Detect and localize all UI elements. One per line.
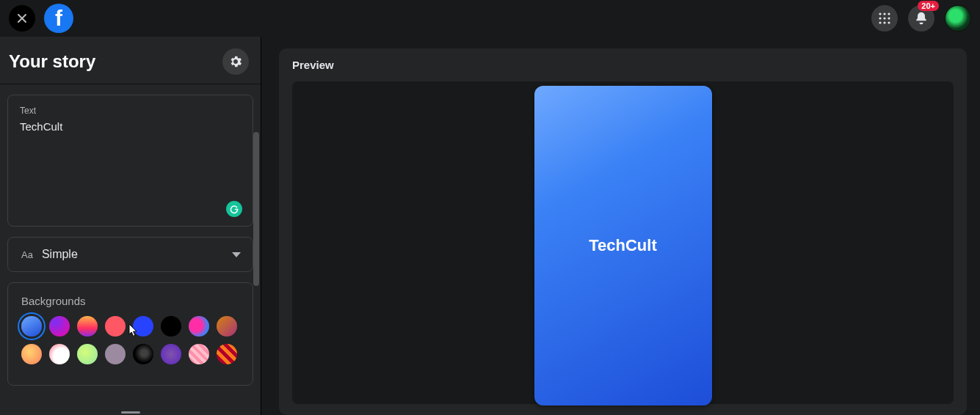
sidebar-title: Your story — [9, 51, 95, 72]
background-swatch-blue-gradient[interactable] — [21, 316, 42, 337]
app-header: f 20+ — [0, 0, 980, 37]
account-avatar[interactable] — [945, 5, 971, 32]
grid-icon — [878, 12, 891, 25]
close-button[interactable] — [9, 5, 35, 32]
text-field-value: TechCult — [20, 120, 241, 133]
notifications-button[interactable]: 20+ — [908, 5, 934, 32]
sidebar-header: Your story — [0, 37, 261, 84]
background-swatch-sunset[interactable] — [77, 316, 98, 337]
header-right: 20+ — [871, 5, 971, 32]
svg-point-3 — [883, 12, 885, 15]
close-icon — [16, 12, 28, 24]
story-text-input[interactable]: Text TechCult — [7, 95, 253, 227]
background-swatch-lime[interactable] — [77, 344, 98, 364]
divider — [0, 84, 261, 84]
preview-stage: TechCult — [292, 81, 954, 404]
menu-button[interactable] — [871, 5, 898, 32]
chevron-down-icon — [232, 252, 241, 257]
background-swatch-royal-blue[interactable] — [133, 316, 153, 337]
background-swatch-violet[interactable] — [161, 344, 181, 364]
font-style-value: Simple — [42, 248, 78, 261]
svg-point-8 — [879, 21, 881, 23]
background-swatch-coral[interactable] — [105, 316, 126, 337]
sidebar-scrollbar[interactable] — [253, 132, 259, 286]
background-swatch-mauve[interactable] — [105, 344, 126, 364]
background-swatch-purple-pink[interactable] — [49, 316, 70, 337]
story-settings-button[interactable] — [222, 48, 249, 75]
svg-point-9 — [883, 21, 885, 23]
facebook-logo[interactable]: f — [44, 4, 73, 33]
resize-grip[interactable] — [121, 411, 140, 414]
svg-point-7 — [888, 17, 890, 19]
header-left: f — [9, 4, 73, 33]
svg-point-10 — [888, 21, 890, 23]
background-swatch-orange-check[interactable] — [217, 344, 237, 364]
background-swatch-peach[interactable] — [21, 344, 42, 364]
preview-label: Preview — [292, 59, 954, 71]
gear-icon — [228, 54, 243, 69]
grammarly-button[interactable] — [226, 201, 242, 217]
background-swatch-dusk[interactable] — [217, 316, 237, 337]
swatch-row-2 — [21, 344, 239, 364]
text-field-label: Text — [20, 106, 241, 116]
swatch-row-1 — [21, 316, 239, 337]
background-swatch-black[interactable] — [161, 316, 181, 337]
story-canvas: TechCult — [534, 86, 712, 405]
font-style-select[interactable]: Aa Simple — [7, 237, 253, 272]
backgrounds-title: Backgrounds — [21, 295, 239, 307]
background-swatch-magenta-blob[interactable] — [189, 316, 209, 337]
svg-point-4 — [888, 12, 890, 15]
svg-point-6 — [883, 17, 885, 19]
story-canvas-text: TechCult — [589, 236, 656, 255]
bell-icon — [914, 11, 929, 26]
svg-point-5 — [879, 17, 881, 19]
main-area: Preview TechCult — [261, 37, 980, 415]
background-swatch-white-pink[interactable] — [49, 344, 70, 364]
grammarly-icon — [229, 204, 239, 214]
font-icon: Aa — [21, 249, 33, 260]
svg-point-2 — [879, 12, 881, 15]
notification-badge: 20+ — [918, 1, 939, 11]
background-swatch-pink-stripe[interactable] — [189, 344, 209, 364]
story-sidebar: Your story Text TechCult Aa Simple Backg… — [0, 37, 261, 415]
preview-panel: Preview TechCult — [279, 48, 967, 415]
background-swatch-black-marble[interactable] — [133, 344, 153, 364]
backgrounds-panel: Backgrounds — [7, 282, 253, 386]
